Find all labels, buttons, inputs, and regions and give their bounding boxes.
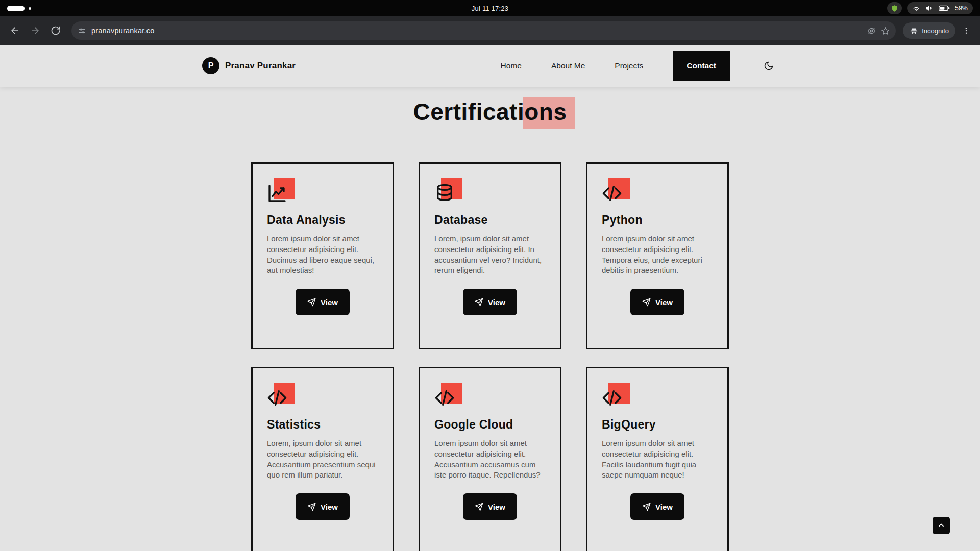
card-description: Lorem ipsum dolor sit amet consectetur a… (602, 438, 713, 481)
card-title: BigQuery (602, 418, 656, 432)
page-title-pre: Certificati (413, 98, 525, 125)
view-button-label: View (321, 503, 338, 511)
volume-icon (925, 4, 934, 12)
shield-chip (887, 2, 902, 14)
send-icon (475, 503, 483, 511)
send-icon (642, 503, 651, 511)
view-button[interactable]: View (630, 289, 684, 315)
eye-off-icon[interactable] (867, 27, 876, 35)
card-icon-wrap (602, 383, 630, 410)
view-button[interactable]: View (296, 289, 350, 315)
code-icon (434, 388, 455, 408)
page-title: Certifications (0, 98, 980, 126)
view-button-label: View (321, 298, 338, 307)
view-button-label: View (488, 298, 505, 307)
view-button[interactable]: View (463, 289, 517, 315)
system-tray: 59% (887, 2, 973, 14)
send-icon (307, 298, 316, 307)
certification-card: Database Lorem, ipsum dolor sit amet con… (419, 162, 561, 349)
card-description: Lorem, ipsum dolor sit amet consectetur … (267, 438, 378, 481)
reload-button[interactable] (47, 22, 64, 39)
scroll-to-top-button[interactable] (933, 517, 950, 534)
view-button[interactable]: View (463, 493, 517, 520)
certification-card: Google Cloud Lorem ipsum dolor sit amet … (419, 367, 561, 551)
card-description: Lorem, ipsum dolor sit amet consectetur … (434, 234, 546, 276)
code-icon (602, 388, 622, 408)
card-title: Python (602, 213, 643, 227)
battery-icon (939, 5, 950, 11)
notification-pill-indicator (7, 6, 24, 11)
card-icon-wrap (267, 383, 296, 410)
view-button[interactable]: View (630, 493, 684, 520)
site-info-icon[interactable] (78, 27, 86, 35)
chart-line-icon (267, 183, 287, 204)
status-chip: 59% (907, 2, 973, 14)
card-description: Lorem ipsum dolor sit amet consectetur a… (434, 438, 546, 481)
bookmark-star-icon[interactable] (881, 27, 890, 35)
certification-card: BigQuery Lorem ipsum dolor sit amet cons… (586, 367, 729, 551)
main-content: Certifications Data Analysis Lorem ipsum… (0, 98, 980, 551)
brand-home-link[interactable]: P Pranav Purankar (202, 57, 296, 74)
header-right: HomeAbout MeProjectsContact (501, 51, 778, 81)
code-icon (267, 388, 287, 408)
wifi-icon (912, 4, 920, 12)
battery-percent: 59% (955, 5, 968, 12)
nav-item-home[interactable]: Home (501, 61, 522, 70)
address-bar[interactable]: pranavpurankar.co (71, 21, 896, 40)
main-nav: HomeAbout MeProjectsContact (501, 51, 730, 81)
browser-menu-icon[interactable] (959, 22, 974, 39)
view-button-label: View (655, 298, 673, 307)
system-indicators-left (7, 6, 31, 11)
card-icon-wrap (267, 178, 296, 206)
status-dot (29, 7, 31, 10)
card-description: Lorem ipsum dolor sit amet consectetur a… (267, 234, 378, 276)
incognito-badge: Incognito (903, 22, 955, 39)
nav-item-contact[interactable]: Contact (673, 51, 730, 81)
database-icon (434, 183, 455, 204)
url-text: pranavpurankar.co (91, 27, 862, 35)
chevron-up-icon (937, 521, 945, 530)
page-viewport: P Pranav Purankar HomeAbout MeProjectsCo… (0, 45, 980, 551)
certifications-grid: Data Analysis Lorem ipsum dolor sit amet… (251, 162, 729, 551)
certification-card: Statistics Lorem, ipsum dolor sit amet c… (251, 367, 394, 551)
card-icon-wrap (434, 178, 463, 206)
system-clock: Jul 11 17:23 (472, 5, 508, 12)
send-icon (307, 503, 316, 511)
brand-name: Pranav Purankar (225, 61, 296, 71)
system-bar: Jul 11 17:23 59% (0, 0, 980, 16)
card-description: Lorem ipsum dolor sit amet consectetur a… (602, 234, 713, 276)
card-title: Google Cloud (434, 418, 513, 432)
moon-icon (764, 61, 774, 71)
incognito-label: Incognito (922, 27, 949, 35)
card-title: Database (434, 213, 488, 227)
card-icon-wrap (602, 178, 630, 206)
view-button-label: View (488, 503, 505, 511)
certification-card: Python Lorem ipsum dolor sit amet consec… (586, 162, 729, 349)
card-icon-wrap (434, 383, 463, 410)
page-title-highlight: ons (524, 98, 567, 125)
browser-toolbar: pranavpurankar.co Incognito (0, 16, 980, 45)
back-button[interactable] (6, 22, 23, 39)
nav-item-about-me[interactable]: About Me (551, 61, 585, 70)
card-title: Statistics (267, 418, 321, 432)
brand-logo: P (202, 57, 219, 74)
send-icon (642, 298, 651, 307)
site-header: P Pranav Purankar HomeAbout MeProjectsCo… (0, 45, 980, 87)
nav-item-projects[interactable]: Projects (615, 61, 643, 70)
code-icon (602, 183, 622, 204)
forward-button[interactable] (27, 22, 44, 39)
shield-icon (891, 5, 898, 12)
view-button[interactable]: View (296, 493, 350, 520)
send-icon (475, 298, 483, 307)
incognito-icon (910, 27, 918, 35)
certification-card: Data Analysis Lorem ipsum dolor sit amet… (251, 162, 394, 349)
view-button-label: View (655, 503, 673, 511)
card-title: Data Analysis (267, 213, 346, 227)
dark-mode-toggle[interactable] (760, 57, 778, 75)
